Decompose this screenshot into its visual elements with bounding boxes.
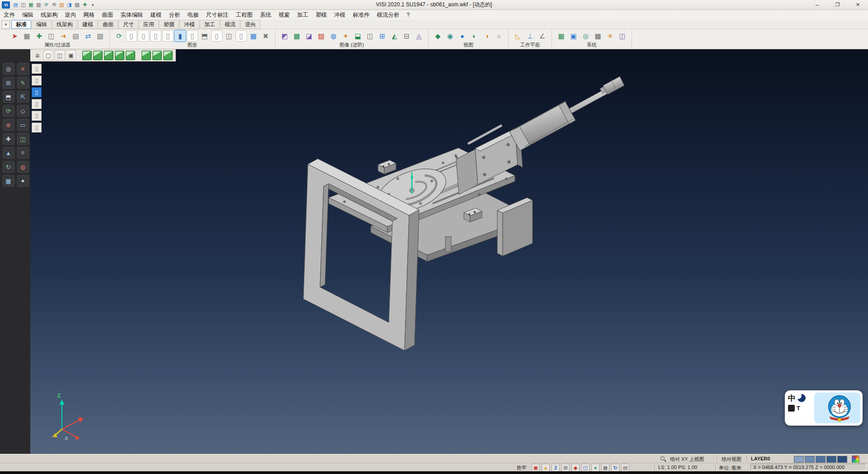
ribbon-tool-icon[interactable]: ⬒ — [199, 30, 210, 42]
display-mode-icon[interactable]: ▯ — [32, 99, 42, 109]
menu-item[interactable]: 加工 — [293, 10, 312, 20]
ribbon-tool-icon[interactable]: ◫ — [223, 30, 235, 42]
ribbon-tool-icon[interactable]: ✦ — [340, 30, 351, 42]
sidebar-tool-icon[interactable]: ▦ — [3, 175, 14, 187]
status-tool-icon[interactable]: ▤ — [621, 464, 629, 472]
sidebar-tool-icon[interactable]: ▲ — [3, 147, 14, 159]
menu-item[interactable]: 文件 — [0, 10, 19, 20]
view-menu-icon[interactable]: ≡ — [33, 51, 42, 60]
menu-item[interactable]: 建模 — [147, 10, 165, 20]
sidebar-tool-icon[interactable]: ⟳ — [3, 105, 14, 117]
view-cube-icon[interactable] — [142, 51, 151, 60]
status-tool-icon[interactable]: ▲ — [542, 464, 550, 472]
ribbon-tab[interactable]: 尺寸 — [118, 20, 138, 29]
ime-tool-icon[interactable] — [788, 405, 795, 412]
clamp-block-left[interactable] — [378, 160, 396, 174]
ribbon-tool-icon[interactable]: ◉ — [444, 30, 456, 42]
display-mode-icon[interactable]: ▯ — [32, 64, 42, 74]
lock-indicator[interactable]: 拴牢 — [517, 465, 527, 471]
close-button[interactable]: ✕ — [848, 0, 868, 10]
ribbon-tool-icon[interactable]: ◆ — [432, 30, 443, 42]
sidebar-tool-icon[interactable]: ⊞ — [3, 77, 14, 89]
status-tool-icon[interactable]: ◫ — [581, 464, 590, 472]
view-mode-indicator[interactable]: 绝对 XY 上视图 — [670, 456, 704, 463]
menu-item[interactable]: 编辑 — [19, 10, 37, 20]
sidebar-tool-icon[interactable]: ▭ — [17, 119, 29, 131]
menu-item[interactable]: 电极 — [184, 10, 203, 20]
ribbon-tab[interactable]: 编辑 — [32, 20, 52, 29]
ribbon-tool-icon[interactable]: ▦ — [21, 30, 33, 42]
active-layer-indicator[interactable]: LAYER0 — [751, 456, 770, 461]
quick-access-icon[interactable]: ✚ — [81, 1, 89, 9]
ribbon-tab[interactable]: 冲模 — [179, 20, 199, 29]
menu-item[interactable]: 模流分析 — [373, 10, 403, 20]
menu-item[interactable]: 逆向 — [61, 10, 80, 20]
ime-letter-indicator[interactable]: T — [797, 405, 800, 412]
display-mode-icon[interactable]: ▯ — [32, 123, 42, 133]
ribbon-tool-icon[interactable]: ▣ — [568, 30, 579, 42]
ribbon-tool-icon[interactable]: ⬓ — [352, 30, 363, 42]
menu-item[interactable]: 尺寸标注 — [203, 10, 232, 20]
menu-item[interactable]: 曲面 — [99, 10, 117, 20]
ribbon-tool-icon[interactable]: ▯ — [187, 30, 198, 42]
ribbon-tool-icon[interactable]: ◪ — [303, 30, 315, 42]
status-tool-icon[interactable]: ↻ — [611, 464, 619, 472]
moon-icon[interactable] — [797, 394, 806, 402]
ribbon-tool-icon[interactable]: ⊥ — [524, 30, 536, 42]
maximize-button[interactable]: ❐ — [827, 0, 848, 10]
cad-model-canvas[interactable] — [30, 49, 868, 454]
status-tool-icon[interactable]: ▣ — [532, 464, 540, 472]
sidebar-tool-icon[interactable]: ◇ — [17, 105, 29, 117]
display-mode-icon[interactable]: ▯ — [32, 76, 42, 85]
quick-access-icon[interactable]: ◨ — [66, 1, 73, 9]
menu-item[interactable]: 实体编辑 — [117, 10, 147, 20]
ribbon-tool-icon[interactable]: ➜ — [58, 30, 69, 42]
view-cube-icon[interactable] — [82, 51, 92, 60]
ribbon-tool-icon[interactable]: ▯ — [138, 30, 149, 42]
ribbon-tool-icon[interactable]: ◐ — [469, 30, 480, 42]
ribbon-tab[interactable]: 逆向 — [241, 20, 260, 29]
menu-item[interactable]: 塑模 — [312, 10, 330, 20]
quick-access-icon[interactable]: ▨ — [73, 1, 81, 9]
piston-rod[interactable] — [569, 76, 624, 113]
sidebar-tool-icon[interactable]: ⊕ — [3, 119, 14, 131]
display-mode-icon[interactable]: ▯ — [32, 111, 42, 121]
sidebar-tool-icon[interactable]: ⇱ — [17, 91, 29, 103]
ribbon-tool-icon[interactable]: ◑ — [481, 30, 492, 42]
sidebar-tool-icon[interactable]: ◫ — [17, 133, 29, 145]
ribbon-tool-icon[interactable]: ◺ — [512, 30, 524, 42]
sidebar-tool-icon[interactable]: ⌗ — [17, 147, 29, 159]
ribbon-tool-icon[interactable]: ▩ — [592, 30, 604, 42]
menu-item[interactable]: ? — [403, 10, 414, 20]
menu-item[interactable]: 冲模 — [330, 10, 349, 20]
units-indicator[interactable]: 单位: 毫米 — [719, 465, 741, 471]
ribbon-tool-icon[interactable]: ▩ — [291, 30, 302, 42]
ribbon-tool-icon[interactable]: ▯ — [126, 30, 137, 42]
menu-item[interactable]: 线架构 — [37, 10, 61, 20]
sidebar-tool-icon[interactable]: ◎ — [3, 63, 14, 75]
cad-3d-viewport[interactable]: ≡ ▢◫▣ ▯▯▯▯▯▯ Z X 中 T — [30, 49, 868, 454]
view-cube-icon[interactable] — [163, 51, 173, 60]
ribbon-tab[interactable]: 线架构 — [52, 20, 77, 29]
sidebar-tool-icon[interactable]: ⬒ — [3, 91, 14, 103]
ribbon-tool-icon[interactable]: ◫ — [46, 30, 57, 42]
ribbon-tool-icon[interactable]: ▯ — [236, 30, 247, 42]
display-mode-icon[interactable]: ▯ — [32, 87, 42, 97]
minimize-button[interactable]: ─ — [807, 0, 827, 10]
status-tool-icon[interactable]: ● — [591, 464, 599, 472]
ribbon-tool-icon[interactable]: ○ — [493, 30, 505, 42]
view-cube-icon[interactable] — [152, 51, 162, 60]
ribbon-tool-icon[interactable]: ⟳ — [113, 30, 125, 42]
absolute-view-indicator[interactable]: 绝对视图 — [722, 456, 741, 463]
search-icon[interactable] — [660, 456, 666, 462]
tab-dropdown-icon[interactable]: ▾ — [2, 20, 10, 29]
view-cube-icon[interactable] — [126, 51, 135, 60]
ribbon-tool-icon[interactable]: ◫ — [617, 30, 628, 42]
menu-item[interactable]: 标准件 — [349, 10, 373, 20]
view-cube-icon[interactable] — [104, 51, 113, 60]
window-layout-icon[interactable]: ▣ — [66, 50, 76, 60]
ribbon-tool-icon[interactable]: ⊞ — [377, 30, 388, 42]
ribbon-tool-icon[interactable]: ∠ — [537, 30, 548, 42]
quick-access-icon[interactable]: ▤ — [12, 1, 19, 9]
sidebar-tool-icon[interactable]: ✎ — [17, 77, 29, 89]
